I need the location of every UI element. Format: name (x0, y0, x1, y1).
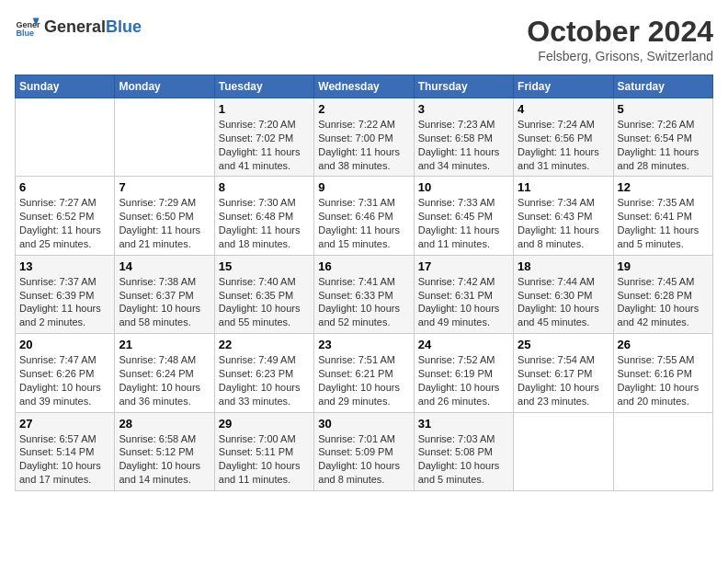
day-info: Sunrise: 7:31 AM Sunset: 6:46 PM Dayligh… (318, 196, 409, 250)
calendar-cell: 24 Sunrise: 7:52 AM Sunset: 6:19 PM Dayl… (414, 334, 513, 412)
sunset-label: Sunset: 6:16 PM (618, 368, 692, 379)
day-info: Sunrise: 7:48 AM Sunset: 6:24 PM Dayligh… (119, 353, 210, 408)
sunset-label: Sunset: 6:21 PM (318, 368, 392, 379)
month-title: October 2024 (527, 15, 713, 49)
day-number: 21 (119, 338, 210, 351)
daylight-label: Daylight: 11 hours and 8 minutes. (518, 224, 599, 249)
sunset-label: Sunset: 6:58 PM (418, 132, 493, 144)
header-row: Sunday Monday Tuesday Wednesday Thursday… (16, 75, 713, 98)
day-number: 8 (219, 180, 310, 194)
daylight-label: Daylight: 11 hours and 2 minutes. (19, 303, 101, 327)
sunset-label: Sunset: 6:31 PM (418, 290, 493, 301)
daylight-label: Daylight: 10 hours and 36 minutes. (119, 382, 200, 407)
sunrise-label: Sunrise: 7:49 AM (219, 354, 296, 365)
daylight-label: Daylight: 11 hours and 5 minutes. (618, 224, 700, 249)
calendar-cell: 14 Sunrise: 7:38 AM Sunset: 6:37 PM Dayl… (115, 255, 214, 333)
day-number: 19 (618, 259, 709, 273)
sunset-label: Sunset: 5:09 PM (318, 446, 392, 457)
calendar-week-row: 20 Sunrise: 7:47 AM Sunset: 6:26 PM Dayl… (16, 334, 713, 412)
day-info: Sunrise: 7:23 AM Sunset: 6:58 PM Dayligh… (418, 118, 509, 172)
sunset-label: Sunset: 6:30 PM (518, 290, 592, 301)
header-sunday: Sunday (16, 75, 115, 98)
day-number: 23 (318, 338, 409, 351)
sunset-label: Sunset: 5:12 PM (119, 446, 193, 457)
header-saturday: Saturday (613, 75, 712, 98)
sunrise-label: Sunrise: 7:45 AM (618, 276, 695, 287)
day-info: Sunrise: 7:37 AM Sunset: 6:39 PM Dayligh… (19, 275, 110, 329)
calendar-week-row: 1 Sunrise: 7:20 AM Sunset: 7:02 PM Dayli… (16, 98, 713, 177)
calendar-cell: 1 Sunrise: 7:20 AM Sunset: 7:02 PM Dayli… (214, 98, 313, 177)
header-thursday: Thursday (414, 75, 513, 98)
day-number: 24 (418, 338, 509, 351)
calendar-cell: 21 Sunrise: 7:48 AM Sunset: 6:24 PM Dayl… (115, 334, 214, 412)
sunset-label: Sunset: 6:28 PM (618, 290, 692, 301)
sunset-label: Sunset: 5:08 PM (418, 446, 493, 457)
daylight-label: Daylight: 10 hours and 17 minutes. (19, 460, 101, 485)
logo-icon: General Blue (15, 15, 40, 40)
day-number: 20 (19, 338, 110, 351)
daylight-label: Daylight: 10 hours and 26 minutes. (418, 382, 500, 407)
sunrise-label: Sunrise: 7:34 AM (518, 197, 595, 208)
calendar-cell: 27 Sunrise: 6:57 AM Sunset: 5:14 PM Dayl… (16, 412, 115, 490)
day-number: 28 (119, 417, 210, 431)
day-number: 4 (518, 102, 609, 116)
day-number: 6 (19, 180, 110, 194)
sunset-label: Sunset: 6:56 PM (518, 132, 592, 144)
sunrise-label: Sunrise: 7:38 AM (119, 276, 196, 287)
calendar-cell: 6 Sunrise: 7:27 AM Sunset: 6:52 PM Dayli… (16, 177, 115, 255)
daylight-label: Daylight: 11 hours and 34 minutes. (418, 146, 500, 171)
sunrise-label: Sunrise: 7:44 AM (518, 276, 595, 287)
calendar-cell: 20 Sunrise: 7:47 AM Sunset: 6:26 PM Dayl… (16, 334, 115, 412)
calendar-cell: 17 Sunrise: 7:42 AM Sunset: 6:31 PM Dayl… (414, 255, 513, 333)
day-info: Sunrise: 7:33 AM Sunset: 6:45 PM Dayligh… (418, 196, 509, 250)
day-info: Sunrise: 7:22 AM Sunset: 7:00 PM Dayligh… (318, 118, 409, 172)
location-subtitle: Felsberg, Grisons, Switzerland (527, 49, 713, 63)
daylight-label: Daylight: 11 hours and 15 minutes. (318, 224, 400, 249)
sunrise-label: Sunrise: 7:52 AM (418, 354, 495, 365)
calendar-cell: 28 Sunrise: 6:58 AM Sunset: 5:12 PM Dayl… (115, 412, 214, 490)
day-info: Sunrise: 7:41 AM Sunset: 6:33 PM Dayligh… (318, 275, 409, 329)
logo-general-text: General (44, 17, 106, 36)
day-number: 27 (19, 417, 110, 431)
day-info: Sunrise: 7:47 AM Sunset: 6:26 PM Dayligh… (19, 353, 110, 408)
sunset-label: Sunset: 6:41 PM (618, 211, 692, 222)
day-number: 2 (318, 102, 409, 116)
daylight-label: Daylight: 10 hours and 29 minutes. (318, 382, 400, 407)
calendar-cell: 19 Sunrise: 7:45 AM Sunset: 6:28 PM Dayl… (613, 255, 712, 333)
header-wednesday: Wednesday (314, 75, 414, 98)
day-info: Sunrise: 7:01 AM Sunset: 5:09 PM Dayligh… (318, 432, 409, 487)
sunrise-label: Sunrise: 7:01 AM (318, 433, 395, 444)
day-number: 1 (219, 102, 310, 116)
daylight-label: Daylight: 10 hours and 33 minutes. (219, 382, 301, 407)
calendar-week-row: 6 Sunrise: 7:27 AM Sunset: 6:52 PM Dayli… (16, 177, 713, 255)
day-info: Sunrise: 7:52 AM Sunset: 6:19 PM Dayligh… (418, 353, 509, 408)
sunset-label: Sunset: 6:19 PM (418, 368, 493, 379)
sunrise-label: Sunrise: 7:20 AM (219, 119, 296, 130)
calendar-cell: 9 Sunrise: 7:31 AM Sunset: 6:46 PM Dayli… (314, 177, 414, 255)
calendar-cell: 26 Sunrise: 7:55 AM Sunset: 6:16 PM Dayl… (613, 334, 712, 412)
calendar-cell: 3 Sunrise: 7:23 AM Sunset: 6:58 PM Dayli… (414, 98, 513, 177)
day-info: Sunrise: 7:29 AM Sunset: 6:50 PM Dayligh… (119, 196, 210, 250)
sunrise-label: Sunrise: 7:42 AM (418, 276, 495, 287)
calendar-cell: 30 Sunrise: 7:01 AM Sunset: 5:09 PM Dayl… (314, 412, 414, 490)
calendar-cell: 13 Sunrise: 7:37 AM Sunset: 6:39 PM Dayl… (16, 255, 115, 333)
calendar-cell: 29 Sunrise: 7:00 AM Sunset: 5:11 PM Dayl… (214, 412, 313, 490)
calendar-body: 1 Sunrise: 7:20 AM Sunset: 7:02 PM Dayli… (16, 98, 713, 491)
day-info: Sunrise: 7:35 AM Sunset: 6:41 PM Dayligh… (618, 196, 709, 250)
sunset-label: Sunset: 7:02 PM (219, 132, 293, 144)
daylight-label: Daylight: 11 hours and 21 minutes. (119, 224, 200, 249)
sunset-label: Sunset: 6:50 PM (119, 211, 193, 222)
daylight-label: Daylight: 11 hours and 18 minutes. (219, 224, 301, 249)
day-info: Sunrise: 7:20 AM Sunset: 7:02 PM Dayligh… (219, 118, 310, 172)
sunrise-label: Sunrise: 6:57 AM (19, 433, 97, 444)
daylight-label: Daylight: 11 hours and 31 minutes. (518, 146, 599, 171)
daylight-label: Daylight: 10 hours and 5 minutes. (418, 460, 500, 485)
daylight-label: Daylight: 11 hours and 11 minutes. (418, 224, 500, 249)
daylight-label: Daylight: 10 hours and 11 minutes. (219, 460, 301, 485)
day-info: Sunrise: 7:24 AM Sunset: 6:56 PM Dayligh… (518, 118, 609, 172)
day-number: 14 (119, 259, 210, 273)
day-info: Sunrise: 7:27 AM Sunset: 6:52 PM Dayligh… (19, 196, 110, 250)
sunset-label: Sunset: 6:35 PM (219, 290, 293, 301)
sunrise-label: Sunrise: 7:48 AM (119, 354, 196, 365)
sunrise-label: Sunrise: 7:23 AM (418, 119, 495, 130)
